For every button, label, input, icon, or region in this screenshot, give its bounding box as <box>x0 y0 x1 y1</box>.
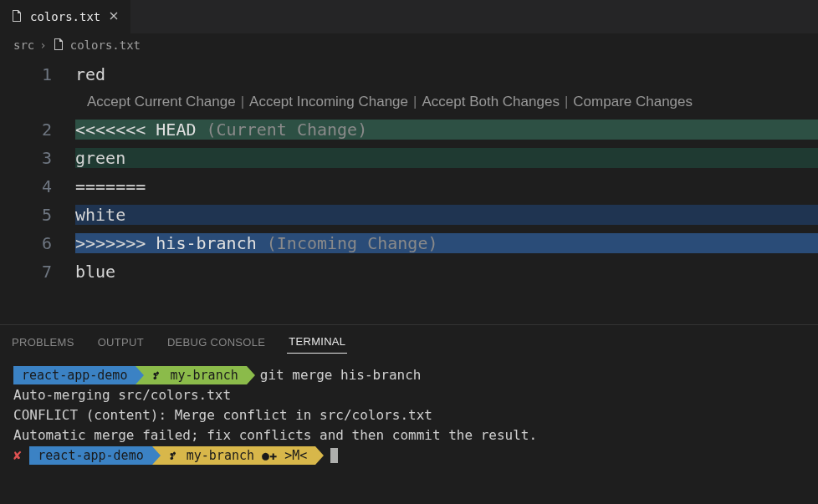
line-number: 1 <box>0 64 75 84</box>
editor-line[interactable]: 2 <<<<<<< HEAD (Current Change) <box>0 115 818 144</box>
powerline-arrow-icon <box>135 366 144 384</box>
line-number: 5 <box>0 205 75 225</box>
editor-line[interactable]: 7 blue <box>0 257 818 286</box>
line-number: 4 <box>0 176 75 196</box>
bottom-panel: PROBLEMS OUTPUT DEBUG CONSOLE TERMINAL r… <box>0 324 818 504</box>
error-x-icon: ✘ <box>13 445 22 466</box>
line-number: 7 <box>0 262 75 282</box>
editor-line[interactable]: 3 green <box>0 144 818 172</box>
conflict-head: HEAD <box>156 120 196 140</box>
terminal-line: ✘ react-app-demo my-branch ●✚ >M< <box>13 445 805 466</box>
conflict-separator: ======= <box>75 176 146 196</box>
editor-tab[interactable]: colors.txt <box>0 0 131 33</box>
code-text: white <box>75 205 125 225</box>
powerline-arrow-icon <box>247 366 255 384</box>
git-branch-icon <box>152 365 162 385</box>
prompt-project: react-app-demo <box>13 366 135 384</box>
terminal-command: git merge his-branch <box>260 365 422 385</box>
accept-both-changes-link[interactable]: Accept Both Changes <box>422 94 559 110</box>
tab-terminal[interactable]: TERMINAL <box>287 330 347 354</box>
conflict-branch: his-branch <box>156 233 256 253</box>
terminal-cursor <box>330 448 338 463</box>
line-number: 3 <box>0 148 75 168</box>
terminal-output: CONFLICT (content): Merge conflict in sr… <box>13 405 805 425</box>
breadcrumb[interactable]: src › colors.txt <box>0 33 818 57</box>
separator: | <box>565 94 568 110</box>
file-icon <box>52 38 65 53</box>
git-branch-icon <box>169 445 179 466</box>
accept-current-change-link[interactable]: Accept Current Change <box>87 94 236 110</box>
prompt-branch: my-branch <box>144 366 246 384</box>
tab-debug-console[interactable]: DEBUG CONSOLE <box>166 331 267 354</box>
file-icon <box>10 9 23 25</box>
powerline-arrow-icon <box>152 446 161 465</box>
merge-codelens: Accept Current Change | Accept Incoming … <box>0 89 818 115</box>
compare-changes-link[interactable]: Compare Changes <box>573 94 693 110</box>
panel-tabs: PROBLEMS OUTPUT DEBUG CONSOLE TERMINAL <box>0 325 818 359</box>
terminal[interactable]: react-app-demo my-branchgit merge his-br… <box>0 359 818 472</box>
editor[interactable]: 1 red Accept Current Change | Accept Inc… <box>0 57 818 286</box>
terminal-output: Auto-merging src/colors.txt <box>13 385 805 405</box>
conflict-marker: >>>>>>> <box>75 233 156 253</box>
prompt-branch: my-branch ●✚ >M< <box>161 446 316 465</box>
code-text: blue <box>75 262 115 282</box>
line-number: 2 <box>0 120 75 140</box>
terminal-line: react-app-demo my-branchgit merge his-br… <box>13 365 805 385</box>
tab-problems[interactable]: PROBLEMS <box>10 331 76 354</box>
prompt-project: react-app-demo <box>29 446 151 465</box>
separator: | <box>241 94 244 110</box>
conflict-annotation: (Current Change) <box>197 120 368 140</box>
chevron-right-icon: › <box>39 38 46 52</box>
conflict-annotation: (Incoming Change) <box>257 233 438 253</box>
conflict-marker: <<<<<<< <box>75 120 156 140</box>
powerline-arrow-icon <box>315 446 324 465</box>
accept-incoming-change-link[interactable]: Accept Incoming Change <box>249 94 408 110</box>
code-text: green <box>75 148 125 168</box>
editor-line[interactable]: 1 red <box>0 60 818 89</box>
terminal-output: Automatic merge failed; fix conflicts an… <box>13 425 805 445</box>
editor-line[interactable]: 6 >>>>>>> his-branch (Incoming Change) <box>0 229 818 257</box>
editor-line[interactable]: 4 ======= <box>0 172 818 201</box>
separator: | <box>413 94 417 110</box>
code-text: red <box>75 64 105 84</box>
line-number: 6 <box>0 233 75 253</box>
tab-bar: colors.txt <box>0 0 818 33</box>
close-icon[interactable] <box>107 9 120 25</box>
tab-filename: colors.txt <box>30 10 100 23</box>
breadcrumb-filename: colors.txt <box>70 38 141 52</box>
tab-output[interactable]: OUTPUT <box>96 331 146 354</box>
editor-line[interactable]: 5 white <box>0 201 818 229</box>
breadcrumb-folder: src <box>13 38 34 52</box>
